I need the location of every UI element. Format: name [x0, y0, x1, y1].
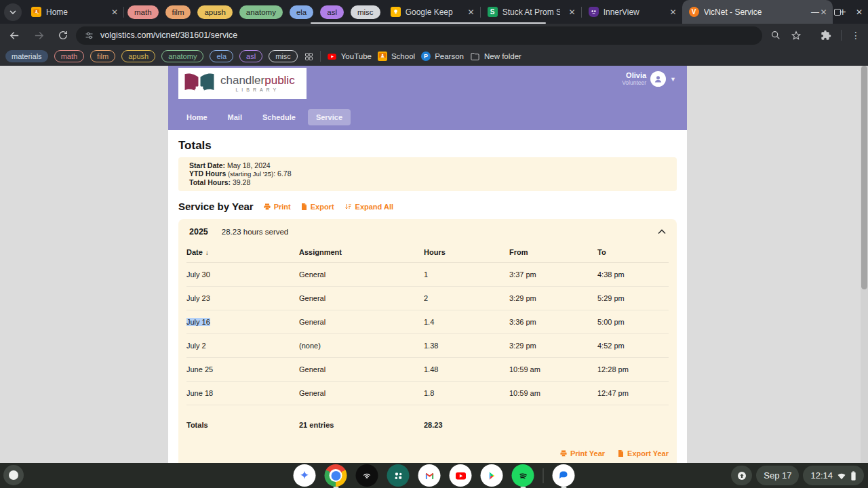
logo-subtitle: LIBRARY: [220, 87, 295, 92]
signal-arcs-app-icon[interactable]: [356, 464, 378, 487]
bookmark-group-misc[interactable]: misc: [269, 50, 298, 62]
maximize-button[interactable]: [834, 9, 841, 16]
scrollbar-thumb[interactable]: [861, 66, 867, 289]
tab-group-ela[interactable]: ela: [290, 5, 313, 19]
site-nav: Home Mail Schedule Service: [178, 109, 351, 125]
tab-close-icon[interactable]: ✕: [670, 7, 677, 17]
tab-search-button[interactable]: [4, 3, 22, 21]
bookmark-school[interactable]: School: [378, 52, 415, 61]
cell-hours: 1.38: [424, 342, 509, 350]
minimize-button[interactable]: —: [811, 7, 819, 17]
tab-groups-grid-icon[interactable]: [304, 52, 314, 62]
bookmark-star-icon[interactable]: [791, 30, 802, 41]
bookmark-group-anatomy[interactable]: anatomy: [161, 50, 203, 62]
tab-group-asl[interactable]: asl: [320, 5, 344, 19]
wifi-icon: [837, 472, 846, 480]
play-store-app-icon[interactable]: [481, 464, 503, 487]
cell-to: 5:29 pm: [597, 294, 669, 302]
tab-innerview[interactable]: InnerView ✕: [582, 0, 682, 24]
table-row[interactable]: June 18 General 1.8 10:59 am 12:47 pm: [186, 382, 669, 405]
user-menu[interactable]: Olivia Volunteer ▼: [622, 71, 676, 87]
bookmark-group-film[interactable]: film: [90, 50, 115, 62]
page-content: Totals Start Date: May 18, 2024 YTD Hour…: [168, 139, 687, 463]
bookmark-group-apush[interactable]: apush: [121, 50, 155, 62]
cell-to: 12:28 pm: [597, 365, 669, 373]
export-button[interactable]: Export: [300, 203, 334, 211]
bookmark-pearson[interactable]: P Pearson: [421, 52, 464, 61]
print-button[interactable]: Print: [263, 203, 291, 211]
battery-icon: [850, 471, 856, 481]
spotify-app-icon[interactable]: [512, 464, 534, 487]
tab-group-math[interactable]: math: [127, 5, 159, 19]
back-button[interactable]: [5, 26, 23, 44]
avatar[interactable]: [650, 71, 666, 87]
nav-mail[interactable]: Mail: [220, 109, 250, 125]
youtube-app-icon[interactable]: [450, 464, 472, 487]
gmail-app-icon[interactable]: [418, 464, 441, 487]
bookmark-group-math[interactable]: math: [54, 50, 84, 62]
cell-date: June 18: [186, 389, 299, 397]
update-tray-button[interactable]: [731, 466, 752, 485]
extensions-icon[interactable]: [821, 30, 831, 41]
zoom-icon[interactable]: [770, 30, 781, 41]
hours-served-label: 28.23 hours served: [222, 228, 288, 236]
cell-assignment: General: [299, 365, 424, 373]
col-hours[interactable]: Hours: [424, 248, 509, 256]
tab-google-keep[interactable]: Google Keep ✕: [384, 0, 480, 24]
bookmark-group-asl[interactable]: asl: [239, 50, 262, 62]
bookmark-youtube[interactable]: YouTube: [327, 52, 372, 62]
library-logo-text: chandlerpublic LIBRARY: [220, 75, 295, 92]
totals-line: Start Date: May 18, 2024: [189, 161, 666, 169]
table-row[interactable]: July 2 (none) 1.38 3:29 pm 4:52 pm: [186, 334, 669, 358]
cell-hours: 1.8: [424, 389, 509, 397]
service-by-year-header: Service by Year Print Export Expand All: [178, 201, 677, 212]
reload-button[interactable]: [54, 26, 72, 44]
gemini-app-icon[interactable]: [294, 464, 316, 487]
menu-kebab-icon[interactable]: ⋮: [851, 30, 861, 41]
tab-group-film[interactable]: film: [165, 5, 191, 19]
tab-group-apush[interactable]: apush: [197, 5, 232, 19]
year-card-header[interactable]: 2025 28.23 hours served: [178, 219, 677, 238]
tab-close-icon[interactable]: ✕: [111, 7, 118, 17]
bookmark-new-folder[interactable]: New folder: [470, 52, 521, 62]
expand-all-button[interactable]: Expand All: [344, 203, 393, 211]
address-bar[interactable]: volgistics.com/vicnet/381601/service: [76, 26, 762, 45]
table-row[interactable]: June 25 General 1.48 10:59 am 12:28 pm: [186, 358, 669, 382]
table-totals-row: Totals 21 entries 28.23: [186, 415, 669, 435]
col-date[interactable]: Date↓: [186, 248, 299, 256]
bookmark-group-ela[interactable]: ela: [210, 50, 233, 62]
tab-group-misc[interactable]: misc: [351, 5, 380, 19]
table-row[interactable]: July 30 General 1 3:37 pm 4:38 pm: [186, 263, 669, 287]
chevron-up-icon[interactable]: [658, 229, 666, 235]
table-row[interactable]: July 16 General 1.4 3:36 pm 5:00 pm: [186, 310, 669, 334]
date-tray-button[interactable]: Sep 17: [756, 466, 799, 485]
export-year-button[interactable]: Export Year: [617, 449, 669, 458]
print-year-button[interactable]: Print Year: [559, 449, 605, 458]
chrome-app-icon[interactable]: [325, 464, 347, 487]
tab-vicnet-service[interactable]: V VicNet - Service ✕: [682, 0, 833, 24]
url-text: volgistics.com/vicnet/381601/service: [100, 30, 237, 40]
tab-home[interactable]: Home ✕: [24, 0, 123, 24]
window-controls: — ✕: [811, 0, 863, 24]
close-window-button[interactable]: ✕: [856, 7, 863, 17]
col-to[interactable]: To: [597, 248, 669, 256]
year-card-footer: Print Year Export Year: [559, 449, 669, 458]
forward-button[interactable]: [30, 26, 47, 44]
launcher-button[interactable]: [3, 465, 24, 485]
nav-schedule[interactable]: Schedule: [254, 109, 304, 125]
col-from[interactable]: From: [509, 248, 597, 256]
tab-close-icon[interactable]: ✕: [569, 7, 576, 17]
col-assignment[interactable]: Assignment: [299, 248, 424, 256]
green-shapes-app-icon[interactable]: [387, 464, 410, 487]
page-scrollbar[interactable]: [861, 66, 868, 463]
bookmark-folder-materials[interactable]: materials: [5, 50, 48, 62]
classroom-icon: [31, 7, 41, 17]
system-tray-button[interactable]: 12:14: [803, 466, 864, 485]
tab-group-anatomy[interactable]: anatomy: [239, 5, 283, 19]
messages-app-icon[interactable]: [553, 464, 575, 487]
nav-service[interactable]: Service: [308, 109, 351, 125]
nav-home[interactable]: Home: [178, 109, 216, 125]
tab-close-icon[interactable]: ✕: [468, 7, 475, 17]
tab-stuck-at-prom[interactable]: S Stuck At Prom Schola ✕: [481, 0, 581, 24]
table-row[interactable]: July 23 General 2 3:29 pm 5:29 pm: [186, 287, 669, 310]
